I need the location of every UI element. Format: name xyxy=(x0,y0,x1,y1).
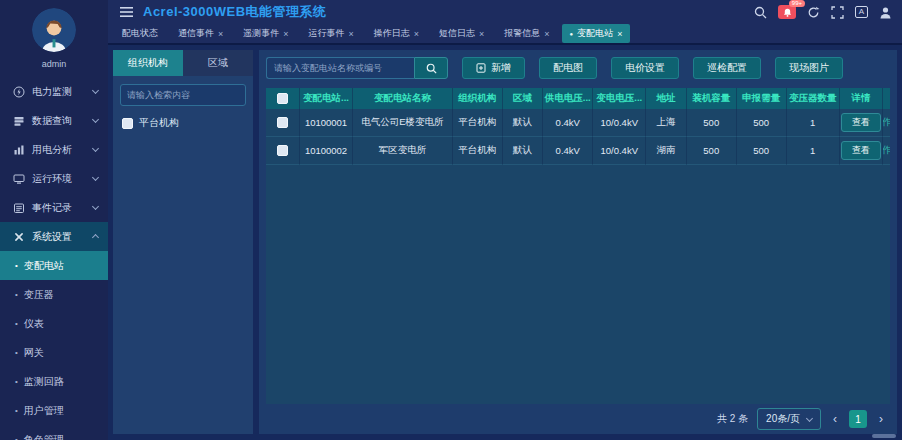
refresh-icon[interactable] xyxy=(807,6,820,19)
close-icon[interactable]: × xyxy=(414,29,419,39)
submenu-label: 角色管理 xyxy=(24,433,64,440)
pagination: 共 2 条 20条/页 ‹ 1 › xyxy=(266,404,890,434)
bullet-icon: • xyxy=(15,290,18,299)
prev-page-button[interactable]: ‹ xyxy=(830,412,840,426)
distribution-diagram-button[interactable]: 配电图 xyxy=(539,57,597,79)
col-header-org: 组织机构 xyxy=(453,88,503,109)
submenu-item-gateway[interactable]: •网关 xyxy=(0,338,108,367)
sidebar-item-usage-analysis[interactable]: 用电分析 xyxy=(0,135,108,164)
cell-address: 上海 xyxy=(646,109,687,137)
tab-comm-events[interactable]: 通信事件× xyxy=(170,24,231,43)
close-icon[interactable]: × xyxy=(479,29,484,39)
bullet-icon: • xyxy=(15,261,18,270)
sidebar-item-data-query[interactable]: 数据查询 xyxy=(0,106,108,135)
row-checkbox[interactable] xyxy=(277,117,288,128)
cell-transformer-count: 1 xyxy=(787,137,840,165)
checkbox[interactable] xyxy=(122,118,133,129)
page-size-select[interactable]: 20条/页 xyxy=(757,408,821,430)
cell-detail: 查看 xyxy=(840,137,884,165)
tree-tab-organization[interactable]: 组织机构 xyxy=(113,50,183,76)
bullet-icon: • xyxy=(15,406,18,415)
user-icon[interactable] xyxy=(879,6,892,19)
chevron-down-icon xyxy=(92,145,99,152)
hamburger-menu-icon[interactable] xyxy=(120,7,133,17)
tab-run-events[interactable]: 运行事件× xyxy=(301,24,362,43)
tab-substation[interactable]: ●变配电站× xyxy=(562,24,631,43)
app-title: Acrel-3000WEB电能管理系统 xyxy=(143,3,327,21)
notifications-button[interactable]: 99+ xyxy=(778,5,796,19)
col-header-address: 地址 xyxy=(646,88,687,109)
tree-search-input[interactable] xyxy=(120,84,246,106)
header-checkbox-cell xyxy=(266,88,300,109)
submenu-label: 用户管理 xyxy=(24,404,64,418)
col-header-name: 变配电站名称 xyxy=(353,88,453,109)
sidebar-item-system-settings[interactable]: 系统设置 xyxy=(0,222,108,251)
chevron-down-icon xyxy=(806,414,813,421)
add-button[interactable]: 新增 xyxy=(462,57,525,79)
submenu-item-monitor-circuit[interactable]: •监测回路 xyxy=(0,367,108,396)
tree-tab-region[interactable]: 区域 xyxy=(183,50,253,76)
tab-label: 操作日志 xyxy=(374,27,410,40)
table-body: 10100001 电气公司E楼变电所 平台机构 默认 0.4kV 10/0.4k… xyxy=(266,109,890,165)
cell-id: 10100002 xyxy=(300,137,353,165)
cell-org: 平台机构 xyxy=(453,109,503,137)
app-root: admin 电力监测 数据查询 用电分析 运行环境 xyxy=(0,0,902,440)
language-icon[interactable]: A xyxy=(855,6,868,18)
close-icon[interactable]: × xyxy=(218,29,223,39)
submenu-item-user-mgmt[interactable]: •用户管理 xyxy=(0,396,108,425)
station-search-button[interactable] xyxy=(414,57,448,79)
event-log-icon xyxy=(13,202,25,214)
close-icon[interactable]: × xyxy=(617,29,622,39)
select-all-checkbox[interactable] xyxy=(277,93,288,104)
tree-node-platform[interactable]: 平台机构 xyxy=(113,112,253,134)
cell-address: 湖南 xyxy=(646,137,687,165)
view-button[interactable]: 查看 xyxy=(841,113,881,132)
col-header-action xyxy=(883,88,890,109)
close-icon[interactable]: × xyxy=(283,29,288,39)
submenu-item-transformer[interactable]: •变压器 xyxy=(0,280,108,309)
tree-node-label: 平台机构 xyxy=(139,116,179,130)
tab-telemetry-events[interactable]: 遥测事件× xyxy=(235,24,296,43)
row-checkbox[interactable] xyxy=(277,145,288,156)
row-checkbox-cell xyxy=(266,137,300,165)
row-checkbox-cell xyxy=(266,109,300,137)
view-button[interactable]: 查看 xyxy=(841,141,881,160)
user-profile[interactable]: admin xyxy=(0,0,108,73)
site-photos-button[interactable]: 现场图片 xyxy=(775,57,843,79)
action-dropdown[interactable]: 操作 xyxy=(883,144,890,157)
inspection-config-button[interactable]: 巡检配置 xyxy=(693,57,761,79)
page-number-1[interactable]: 1 xyxy=(849,410,867,428)
table-row[interactable]: 10100001 电气公司E楼变电所 平台机构 默认 0.4kV 10/0.4k… xyxy=(266,109,890,137)
table-row[interactable]: 10100002 军区变电所 平台机构 默认 0.4kV 10/0.4kV 湖南… xyxy=(266,137,890,165)
submenu-item-role-mgmt[interactable]: •角色管理 xyxy=(0,425,108,440)
table-header-row: 变配电站... 变配电站名称 组织机构 区域 供电电压... 变电电压... 地… xyxy=(266,88,890,109)
fullscreen-icon[interactable] xyxy=(831,6,844,19)
cell-supply-voltage: 0.4kV xyxy=(543,109,593,137)
active-dot-icon: ● xyxy=(570,31,574,37)
submenu-item-meter[interactable]: •仪表 xyxy=(0,309,108,338)
price-settings-button[interactable]: 电价设置 xyxy=(611,57,679,79)
col-header-detail: 详情 xyxy=(840,88,884,109)
sidebar-item-label: 运行环境 xyxy=(32,172,93,186)
sidebar-item-event-log[interactable]: 事件记录 xyxy=(0,193,108,222)
cell-name: 军区变电所 xyxy=(353,137,453,165)
action-dropdown[interactable]: 操作 xyxy=(883,116,890,129)
tab-sms-log[interactable]: 短信日志× xyxy=(431,24,492,43)
close-icon[interactable]: × xyxy=(349,29,354,39)
station-table: 变配电站... 变配电站名称 组织机构 区域 供电电压... 变电电压... 地… xyxy=(266,88,890,404)
next-page-button[interactable]: › xyxy=(876,412,886,426)
notification-badge: 99+ xyxy=(789,0,805,7)
search-icon[interactable] xyxy=(754,6,767,19)
tab-distribution-status[interactable]: 配电状态 xyxy=(114,24,166,43)
close-icon[interactable]: × xyxy=(544,29,549,39)
bullet-icon: • xyxy=(15,435,18,440)
sidebar-item-power-monitor[interactable]: 电力监测 xyxy=(0,77,108,106)
sidebar-item-label: 电力监测 xyxy=(32,85,93,99)
scrollbar-handle[interactable] xyxy=(872,434,896,438)
tab-alarm-info[interactable]: 报警信息× xyxy=(496,24,557,43)
tab-operation-log[interactable]: 操作日志× xyxy=(366,24,427,43)
submenu-item-substation[interactable]: •变配电站 xyxy=(0,251,108,280)
sidebar-item-environment[interactable]: 运行环境 xyxy=(0,164,108,193)
station-search-input[interactable] xyxy=(266,57,414,79)
station-search xyxy=(266,57,448,79)
